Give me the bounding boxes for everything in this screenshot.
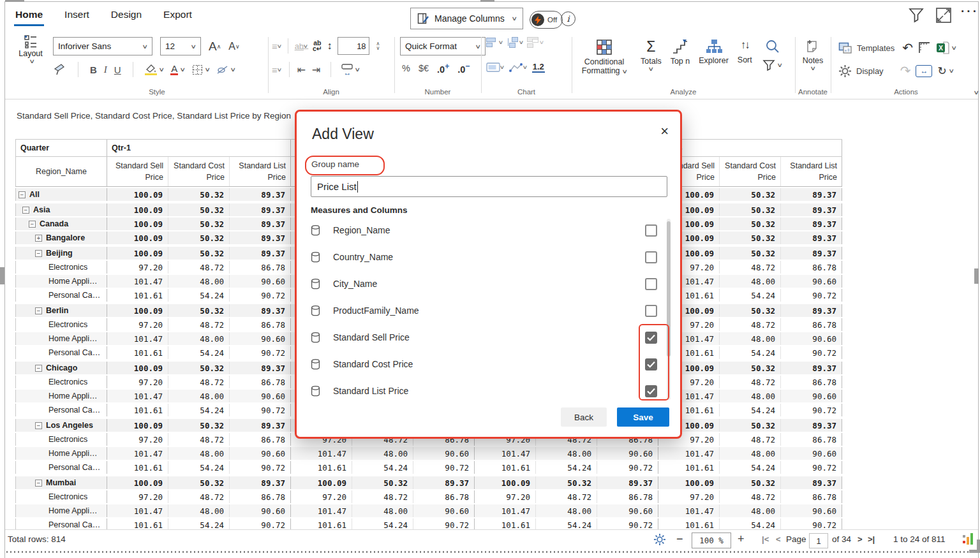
tab-design[interactable]: Design [110, 6, 143, 26]
collapse-minus-icon[interactable]: − [35, 365, 42, 372]
value-cell[interactable]: 101.47 [291, 447, 352, 460]
value-cell[interactable]: 50.32 [352, 476, 413, 489]
value-cell[interactable]: 90.60 [597, 447, 658, 460]
collapse-minus-icon[interactable]: − [19, 191, 26, 198]
value-cell[interactable]: 100.09 [107, 203, 168, 216]
value-cell[interactable]: 90.60 [597, 504, 658, 517]
value-cell[interactable]: 48.72 [352, 490, 413, 503]
format-painter-icon[interactable] [53, 63, 66, 76]
totals-button[interactable]: Σ Totals ∨ [641, 39, 662, 73]
borders-button[interactable]: ∨ [192, 64, 210, 75]
value-cell[interactable]: 86.78 [230, 490, 291, 503]
layout-chart-button[interactable]: ∨ [527, 37, 544, 47]
value-cell[interactable]: 50.32 [720, 203, 781, 216]
collapse-minus-icon[interactable]: − [29, 221, 36, 228]
focus-mode-icon[interactable] [935, 7, 952, 24]
value-cell[interactable]: 89.37 [781, 231, 842, 244]
value-cell[interactable]: 90.60 [230, 390, 291, 402]
search-icon[interactable] [764, 39, 780, 55]
value-cell[interactable]: 90.60 [230, 332, 291, 345]
value-cell[interactable]: 90.60 [781, 390, 842, 402]
value-cell[interactable]: 100.09 [107, 419, 168, 432]
value-cell[interactable]: 90.60 [413, 447, 475, 460]
value-cell[interactable]: 48.00 [352, 504, 413, 517]
value-cell[interactable]: 89.37 [230, 188, 291, 201]
value-cell[interactable]: 48.00 [168, 332, 230, 345]
tab-insert[interactable]: Insert [63, 6, 91, 26]
row-label-cell[interactable]: Electronics [15, 376, 107, 388]
value-cell[interactable]: 101.47 [475, 447, 536, 460]
filter-menu-button[interactable]: ∨ [762, 59, 782, 71]
settings-gear-icon[interactable] [653, 533, 666, 546]
column-width-button[interactable]: ↔ ∨ [341, 64, 360, 76]
resize-handle-right[interactable] [974, 268, 979, 284]
row-label-cell[interactable]: Electronics [15, 318, 107, 331]
bold-button[interactable]: B [90, 64, 97, 75]
row-label-cell[interactable]: Personal Ca… [15, 346, 107, 359]
increase-font-button[interactable]: A∧ [209, 40, 221, 54]
value-cell[interactable]: 101.47 [107, 447, 168, 460]
font-size-select[interactable]: 12 ∨ [160, 37, 201, 55]
export-excel-button[interactable]: X ∨ [936, 41, 956, 54]
value-cell[interactable]: 48.72 [720, 318, 781, 331]
notes-button[interactable]: Notes ∨ [796, 39, 829, 72]
value-cell[interactable]: 90.72 [230, 404, 291, 416]
value-cell[interactable]: 90.60 [781, 504, 842, 517]
value-cell[interactable]: 89.37 [230, 247, 291, 260]
value-cell[interactable]: 48.00 [168, 390, 230, 402]
first-page-button[interactable]: |< [762, 534, 769, 544]
value-cell[interactable]: 100.09 [107, 476, 168, 489]
value-cell[interactable]: 97.20 [107, 318, 168, 331]
tab-export[interactable]: Export [162, 6, 193, 26]
value-cell[interactable]: 90.72 [597, 461, 658, 474]
value-cell[interactable]: 89.37 [781, 217, 842, 230]
value-cell[interactable]: 48.00 [720, 447, 781, 460]
row-dimension-header[interactable]: Region_Name [15, 157, 107, 186]
value-cell[interactable]: 86.78 [230, 433, 291, 446]
value-cell[interactable]: 101.61 [107, 404, 168, 416]
value-cell[interactable]: 86.78 [230, 261, 291, 274]
row-label-cell[interactable]: −Asia [15, 203, 107, 216]
value-cell[interactable]: 90.72 [230, 461, 291, 474]
value-cell[interactable]: 89.37 [413, 476, 475, 489]
value-cell[interactable]: 54.24 [720, 461, 781, 474]
measure-header[interactable]: Standard Cost Price [720, 157, 781, 186]
row-label-cell[interactable]: Home Appli… [15, 447, 107, 460]
value-cell[interactable]: 101.47 [107, 504, 168, 517]
value-cell[interactable]: 48.72 [168, 433, 230, 446]
row-label-cell[interactable]: Home Appli… [15, 504, 107, 517]
value-cell[interactable]: 48.00 [536, 504, 597, 517]
value-cell[interactable]: 54.24 [720, 289, 781, 302]
quarter-header[interactable]: Qtr-4 [658, 140, 842, 156]
decrease-decimal-button[interactable]: .0− [457, 62, 470, 75]
row-height-input[interactable]: 18 [338, 37, 369, 55]
tab-home[interactable]: Home [14, 6, 44, 26]
increase-indent-icon[interactable]: ⇥ [312, 64, 320, 76]
value-cell[interactable]: 97.20 [107, 490, 168, 503]
value-cell[interactable]: 101.47 [107, 332, 168, 345]
value-cell[interactable]: 90.72 [781, 404, 842, 416]
collapse-minus-icon[interactable]: − [35, 422, 42, 429]
page-number-input[interactable]: 1 [809, 533, 828, 548]
value-cell[interactable]: 101.61 [291, 461, 352, 474]
italic-button[interactable]: I [104, 64, 107, 75]
row-label-cell[interactable]: −Berlin [15, 304, 107, 317]
value-cell[interactable]: 54.24 [352, 461, 413, 474]
save-button[interactable]: Save [617, 407, 669, 427]
value-cell[interactable]: 90.60 [230, 447, 291, 460]
decrease-indent-icon[interactable]: ⇤ [297, 64, 306, 76]
value-cell[interactable]: 89.37 [781, 188, 842, 201]
value-cell[interactable]: 48.72 [720, 490, 781, 503]
value-cell[interactable]: 48.72 [536, 490, 597, 503]
filter-icon[interactable] [907, 7, 925, 24]
checkbox-unchecked[interactable] [645, 224, 657, 237]
row-label-cell[interactable]: Electronics [15, 261, 107, 274]
value-cell[interactable]: 54.24 [720, 346, 781, 359]
row-label-cell[interactable]: Home Appli… [15, 275, 107, 288]
collapse-minus-icon[interactable]: − [35, 250, 42, 257]
quarter-header[interactable]: Qtr-1 [107, 140, 291, 156]
value-cell[interactable]: 50.32 [168, 217, 230, 230]
value-cell[interactable]: 89.37 [230, 203, 291, 216]
value-cell[interactable]: 86.78 [230, 376, 291, 388]
value-cell[interactable]: 50.32 [720, 476, 781, 489]
